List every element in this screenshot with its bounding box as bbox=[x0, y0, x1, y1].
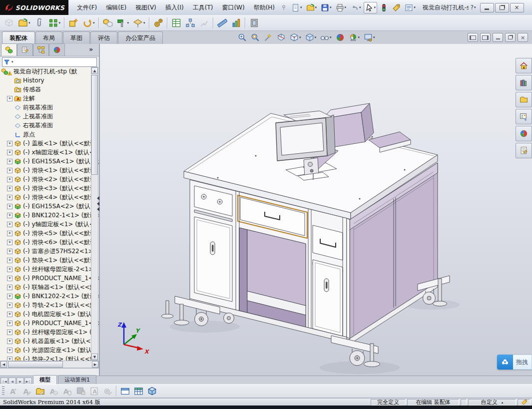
tree-item-5[interactable]: +右视基准面 bbox=[0, 121, 99, 130]
design-library[interactable] bbox=[516, 75, 532, 90]
pin-icon[interactable] bbox=[280, 4, 287, 11]
cmdtab-3[interactable]: 评估 bbox=[90, 31, 117, 44]
edit-appearance[interactable] bbox=[334, 31, 346, 43]
file-explorer[interactable] bbox=[516, 92, 532, 107]
open-annotation-folder[interactable] bbox=[34, 385, 46, 398]
tree-item-11[interactable]: +(-) 滑块<2> (默认<<默认 bbox=[0, 175, 99, 184]
tree-item-8[interactable]: +(-) x轴固定板<1> (默认< bbox=[0, 148, 99, 157]
mtab-1[interactable]: 运动算例1 bbox=[58, 375, 96, 385]
minimize-button[interactable] bbox=[480, 3, 494, 12]
view-3d[interactable] bbox=[146, 385, 158, 398]
tree-item-15[interactable]: +(-) BNK1202-1<1> (默认< bbox=[0, 211, 99, 220]
netdisk-drag-overlay[interactable]: 拖拽 bbox=[497, 355, 532, 370]
displaymanager-tab[interactable] bbox=[49, 43, 65, 56]
model-desk-drilling-machine[interactable] bbox=[100, 44, 532, 376]
expander-icon[interactable]: + bbox=[7, 186, 12, 191]
section-view[interactable] bbox=[275, 31, 287, 43]
menu-item-6[interactable]: 帮助(H) bbox=[249, 2, 279, 13]
expander-icon[interactable]: + bbox=[7, 285, 12, 290]
view-settings[interactable]: ▾ bbox=[362, 31, 377, 43]
dropdown-caret[interactable]: ▾ bbox=[59, 21, 61, 25]
expander-icon[interactable]: + bbox=[7, 141, 12, 146]
hide-show-items[interactable]: ▾ bbox=[319, 31, 333, 43]
table-view[interactable] bbox=[132, 385, 145, 398]
show-hidden-components[interactable] bbox=[101, 16, 114, 29]
apply-scene[interactable]: ▾ bbox=[347, 31, 362, 43]
menu-item-4[interactable]: 工具(T) bbox=[188, 2, 218, 13]
tree-item-17[interactable]: +(-) 滑块<5> (默认<<默认 bbox=[0, 229, 99, 238]
tree-filter-input[interactable]: ▾ bbox=[2, 57, 97, 67]
assembly-features[interactable]: ▾ bbox=[115, 16, 131, 29]
expander-icon[interactable]: + bbox=[7, 348, 12, 353]
view-orientation[interactable]: ▾ bbox=[288, 31, 303, 43]
close-button[interactable]: × bbox=[510, 3, 524, 12]
tree-item-29[interactable]: +(-) 机器盖板<1> (默认<< bbox=[0, 337, 99, 346]
tree-item-10[interactable]: +(-) 滑块<1> (默认<<默认 bbox=[0, 166, 99, 175]
split-window[interactable] bbox=[119, 385, 131, 398]
expander-icon[interactable]: + bbox=[7, 339, 12, 344]
mate[interactable] bbox=[33, 16, 46, 29]
tree-item-3[interactable]: +前视基准面 bbox=[0, 103, 99, 112]
dropdown-caret[interactable]: ▾ bbox=[474, 5, 476, 9]
tree-item-30[interactable]: +(-) 光源固定座<1> (默认 bbox=[0, 346, 99, 355]
dropdown-caret[interactable]: ▾ bbox=[315, 5, 317, 9]
cmdtab-1[interactable]: 布局 bbox=[35, 31, 62, 44]
tree-item-19[interactable]: +(-) 雷塞步进57HS22<1> ( bbox=[0, 247, 99, 256]
tree-item-21[interactable]: +(-) 丝杆螺母固定板-2<1> bbox=[0, 265, 99, 274]
scrollbar-thumb[interactable] bbox=[91, 75, 98, 175]
tree-item-26[interactable]: +(-) 电机固定板<1> (默认 bbox=[0, 310, 99, 319]
status-custom-segment[interactable]: 自定义▴ bbox=[468, 399, 516, 406]
move-component[interactable]: ▾ bbox=[81, 16, 96, 29]
tree-horizontal-scrollbar[interactable]: ◀ ▶ bbox=[0, 361, 99, 368]
netdisk-cloud-icon[interactable] bbox=[497, 355, 513, 370]
view-palette[interactable] bbox=[516, 109, 532, 124]
solidworks-resources[interactable] bbox=[516, 58, 532, 73]
expander-icon[interactable]: + bbox=[7, 213, 12, 218]
expander-icon[interactable]: + bbox=[7, 222, 12, 227]
dropdown-caret[interactable]: ▾ bbox=[374, 5, 376, 9]
tree-item-0[interactable]: +History bbox=[0, 76, 99, 85]
zoom-to-fit[interactable] bbox=[236, 31, 248, 43]
dropdown-caret[interactable]: ▾ bbox=[300, 5, 302, 9]
reference-geometry[interactable]: ▾ bbox=[131, 16, 147, 29]
expander-icon[interactable]: + bbox=[7, 168, 12, 173]
cmdtab-0[interactable]: 装配体 bbox=[2, 31, 35, 44]
file-properties[interactable] bbox=[391, 2, 402, 13]
expander-icon[interactable]: + bbox=[7, 276, 12, 281]
tree-item-23[interactable]: +(-) 联轴器<1> (默认<<默 bbox=[0, 283, 99, 292]
bill-of-materials[interactable] bbox=[170, 16, 183, 29]
open-document[interactable]: ▾ bbox=[305, 2, 319, 13]
dropdown-caret[interactable]: ▾ bbox=[414, 5, 416, 9]
cmdtab-4[interactable]: 办公室产品 bbox=[118, 31, 163, 44]
expander-icon[interactable]: + bbox=[7, 249, 12, 254]
dropdown-caret[interactable]: ▾ bbox=[127, 21, 129, 25]
print[interactable]: ▾ bbox=[334, 2, 348, 13]
new-document[interactable]: ▾ bbox=[290, 2, 304, 13]
options[interactable]: ▾ bbox=[403, 2, 417, 13]
up-caret-icon[interactable]: ▴ bbox=[502, 401, 504, 405]
previous-view[interactable] bbox=[262, 31, 274, 43]
rebuild[interactable] bbox=[378, 2, 390, 13]
dropdown-caret[interactable]: ▾ bbox=[330, 5, 332, 9]
open-part[interactable]: ▾ bbox=[16, 16, 32, 29]
zoom-to-area[interactable] bbox=[249, 31, 261, 43]
expander-icon[interactable]: + bbox=[7, 321, 12, 326]
menu-item-5[interactable]: 窗口(W) bbox=[217, 2, 249, 13]
tree-item-27[interactable]: +(-) PRODUCT_NAME_1<2> ( bbox=[0, 319, 99, 328]
tree-item-4[interactable]: +上视基准面 bbox=[0, 112, 99, 121]
assembly-visualization[interactable] bbox=[230, 16, 243, 29]
select[interactable]: ▾ bbox=[364, 2, 378, 13]
dropdown-caret[interactable]: ▾ bbox=[373, 35, 375, 39]
scroll-up-arrow[interactable]: ▲ bbox=[91, 67, 98, 74]
expander-icon[interactable]: + bbox=[7, 159, 12, 164]
help-button[interactable]: ?▾ bbox=[471, 4, 476, 11]
undo[interactable]: ▾ bbox=[349, 2, 363, 13]
child-restore-button[interactable] bbox=[505, 33, 516, 42]
menu-item-2[interactable]: 视图(V) bbox=[131, 2, 161, 13]
expander-icon[interactable]: + bbox=[7, 267, 12, 272]
pane-left-button[interactable] bbox=[468, 33, 478, 42]
last-tab-button[interactable]: ▶❘ bbox=[24, 378, 32, 385]
tree-item-12[interactable]: +(-) 滑块<3> (默认<<默认 bbox=[0, 184, 99, 193]
tree-item-6[interactable]: +原点 bbox=[0, 130, 99, 139]
tree-item-20[interactable]: +(-) 垫块<1> (默认<<默认 bbox=[0, 256, 99, 265]
